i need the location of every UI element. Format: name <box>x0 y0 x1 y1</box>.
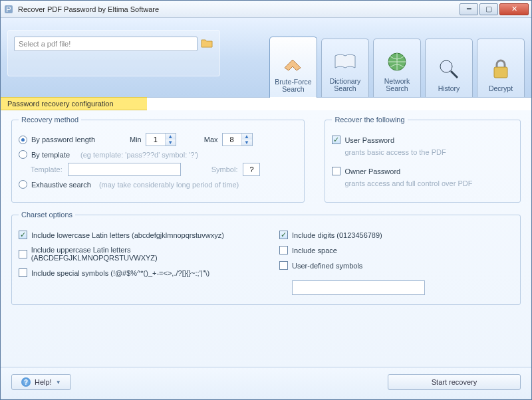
recovery-legend: Recovery method <box>19 116 81 124</box>
template-hint: (eg template: 'pass???d' symbol: '?') <box>80 151 198 159</box>
userdef-label: User-defined symbols <box>292 262 362 270</box>
window-title: Recover PDF Password by Eltima Software <box>18 5 460 13</box>
tab-brute-force[interactable]: Brute-Force Search <box>269 37 317 98</box>
maximize-button[interactable]: ▢ <box>479 3 498 15</box>
footer: ? Help! ▼ Start recovery <box>1 367 531 399</box>
recovery-method-group: Recovery method By password length Min ▲… <box>11 116 305 203</box>
tab-dictionary[interactable]: Dictionary Search <box>321 39 369 97</box>
help-button[interactable]: ? Help! ▼ <box>11 374 71 390</box>
radio-by-length[interactable] <box>19 136 27 144</box>
charset-legend: Charset options <box>19 211 75 219</box>
content-area: Recovery method By password length Min ▲… <box>1 110 531 367</box>
user-password-sub: grants basic access to the PDF <box>344 148 513 156</box>
close-button[interactable]: ✕ <box>499 3 529 15</box>
help-label: Help! <box>35 378 52 386</box>
tab-decrypt[interactable]: Decrypt <box>477 39 525 97</box>
spin-up-icon[interactable]: ▲ <box>166 134 176 140</box>
userdef-input[interactable] <box>292 280 425 295</box>
top-toolbar: Select a pdf file! Brute-Force Search Di… <box>1 18 531 98</box>
svg-point-3 <box>440 60 452 72</box>
tab-history[interactable]: History <box>425 39 473 97</box>
lock-icon <box>487 56 514 82</box>
user-password-label: User Password <box>344 136 394 144</box>
check-special[interactable] <box>19 268 27 277</box>
svg-text:P: P <box>6 5 11 13</box>
tab-network[interactable]: Network Search <box>373 39 421 97</box>
digits-label: Include digits (0123456789) <box>292 231 382 239</box>
by-template-label: By template <box>31 151 70 159</box>
handshake-icon <box>280 49 307 76</box>
start-recovery-button[interactable]: Start recovery <box>388 374 521 390</box>
browse-button[interactable] <box>200 37 213 50</box>
max-spinner[interactable]: ▲▼ <box>222 133 253 146</box>
window-buttons: ━ ▢ ✕ <box>460 3 529 15</box>
min-input[interactable] <box>146 134 165 146</box>
radio-exhaustive[interactable] <box>19 180 27 189</box>
check-owner-password[interactable] <box>332 167 340 175</box>
tab-label: Decrypt <box>489 85 513 93</box>
tab-label: Brute-Force Search <box>271 78 315 94</box>
symbol-input[interactable] <box>243 163 260 176</box>
charset-group: Charset options Include lowercase Latin … <box>11 211 521 305</box>
start-label: Start recovery <box>432 378 477 386</box>
exhaustive-label: Exhaustive search <box>31 181 91 189</box>
check-userdef[interactable] <box>279 261 288 270</box>
file-input[interactable]: Select a pdf file! <box>14 37 198 51</box>
owner-password-label: Owner Password <box>344 167 400 175</box>
globe-icon <box>384 49 410 75</box>
check-digits[interactable] <box>279 231 288 239</box>
by-length-label: By password length <box>31 136 95 144</box>
recover-target-group: Recover the following User Password gran… <box>325 116 521 203</box>
owner-password-sub: grants access and full control over PDF <box>344 179 513 187</box>
space-label: Include space <box>292 247 337 254</box>
titlebar: P Recover PDF Password by Eltima Softwar… <box>1 1 531 18</box>
min-label: Min <box>130 136 142 144</box>
svg-rect-5 <box>494 67 507 78</box>
spin-down-icon[interactable]: ▼ <box>166 140 176 146</box>
special-label: Include special symbols (!@#$%^*()_+-=<>… <box>31 269 209 277</box>
tab-label: Network Search <box>375 78 419 93</box>
radio-by-template[interactable] <box>19 150 27 159</box>
file-select-panel: Select a pdf file! <box>7 30 220 76</box>
mode-tabs: Brute-Force Search Dictionary Search Net… <box>269 25 525 97</box>
spin-down-icon[interactable]: ▼ <box>242 140 252 146</box>
tab-label: Dictionary Search <box>323 78 367 93</box>
target-legend: Recover the following <box>332 116 407 124</box>
max-label: Max <box>204 136 218 144</box>
tab-label: History <box>438 85 460 93</box>
check-uppercase[interactable] <box>19 250 27 258</box>
spin-up-icon[interactable]: ▲ <box>242 134 252 140</box>
app-icon: P <box>3 4 14 15</box>
template-label: Template: <box>31 165 63 173</box>
book-icon <box>332 49 358 75</box>
magnifier-icon <box>436 56 462 82</box>
exhaustive-hint: (may take considerably long period of ti… <box>99 181 239 189</box>
minimize-button[interactable]: ━ <box>460 3 478 15</box>
template-input[interactable] <box>68 163 181 176</box>
symbol-label: Symbol: <box>211 165 238 173</box>
check-lowercase[interactable] <box>19 231 27 239</box>
max-input[interactable] <box>223 134 241 146</box>
config-strip: Password recovery configuration <box>1 97 147 110</box>
uppercase-label: Include uppercase Latin letters (ABCDEFG… <box>31 246 253 262</box>
check-user-password[interactable] <box>332 136 340 144</box>
check-space[interactable] <box>279 246 288 254</box>
lowercase-label: Include lowercase Latin letters (abcdefg… <box>31 231 224 239</box>
min-spinner[interactable]: ▲▼ <box>146 133 176 146</box>
chevron-down-icon: ▼ <box>56 379 61 385</box>
svg-line-4 <box>451 71 458 78</box>
help-icon: ? <box>21 377 31 387</box>
app-window: P Recover PDF Password by Eltima Softwar… <box>0 0 532 400</box>
